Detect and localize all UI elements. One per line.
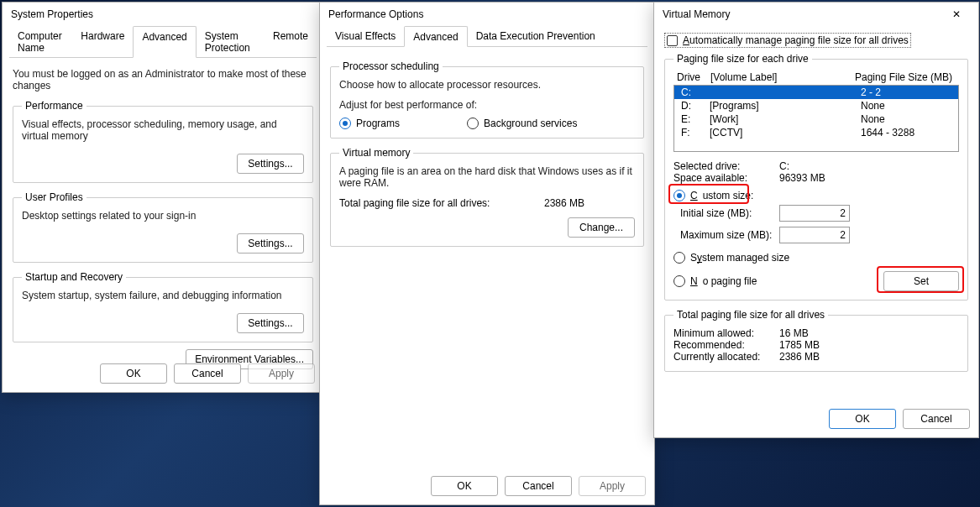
auto-manage-label: utomatically manage paging file size for… <box>689 34 909 46</box>
drive-list[interactable]: C:2 - 2D:[Programs]NoneE:[Work]NoneF:[CC… <box>673 85 959 152</box>
dialog-buttons: OK Cancel Apply <box>100 363 315 384</box>
total-paging-value: 2386 MB <box>544 197 584 209</box>
drive-label <box>710 86 861 98</box>
system-properties-dialog: System Properties Computer Name Hardware… <box>2 2 324 393</box>
maximum-size-label: Maximum size (MB): <box>673 229 779 241</box>
custom-size-label: ustom size: <box>703 190 754 201</box>
recommended-label: Recommended: <box>673 339 779 351</box>
drive-row[interactable]: D:[Programs]None <box>674 99 958 112</box>
titlebar: System Properties <box>3 3 323 26</box>
virtual-memory-group: Virtual memory A paging file is an area … <box>330 147 644 247</box>
drive-label: [Work] <box>710 113 861 125</box>
tab-dep[interactable]: Data Execution Prevention <box>468 26 604 46</box>
drive-label: [Programs] <box>710 100 861 112</box>
body: You must be logged on as an Administrato… <box>3 58 323 378</box>
performance-legend: Performance <box>22 100 86 112</box>
drive-row[interactable]: F:[CCTV]1644 - 3288 <box>674 126 958 139</box>
initial-size-input[interactable] <box>779 205 850 222</box>
user-profiles-group: User Profiles Desktop settings related t… <box>13 191 313 263</box>
currently-allocated-label: Currently allocated: <box>673 351 779 363</box>
drive-size: 1644 - 3288 <box>861 127 951 139</box>
user-profiles-settings-button[interactable]: Settings... <box>237 233 304 254</box>
ok-button[interactable]: OK <box>829 409 896 429</box>
window-title: System Properties <box>11 8 93 20</box>
no-paging-file-radio[interactable]: No paging file <box>673 275 757 287</box>
drive-row[interactable]: E:[Work]None <box>674 112 958 126</box>
cancel-button[interactable]: Cancel <box>505 476 572 496</box>
space-available-value: 96393 MB <box>779 172 825 184</box>
recommended-value: 1785 MB <box>779 339 820 351</box>
body: Automatically manage paging file size fo… <box>654 26 978 385</box>
system-managed-label: System managed size <box>690 252 789 264</box>
apply-button[interactable]: Apply <box>579 476 646 496</box>
window-title: Performance Options <box>328 8 423 20</box>
close-button[interactable]: ✕ <box>940 4 973 24</box>
programs-radio[interactable]: Programs <box>339 118 400 129</box>
drive-letter: E: <box>681 113 710 125</box>
radio-icon <box>673 190 685 201</box>
selected-drive-value: C: <box>779 160 789 172</box>
titlebar: Virtual Memory ✕ <box>654 3 978 26</box>
drive-letter: D: <box>681 100 710 112</box>
drive-row[interactable]: C:2 - 2 <box>674 86 958 99</box>
min-allowed-label: Minimum allowed: <box>673 327 779 339</box>
drive-col-header: Drive <box>677 71 705 83</box>
tab-advanced[interactable]: Advanced <box>404 26 467 47</box>
currently-allocated-value: 2386 MB <box>779 351 820 363</box>
paging-file-size-group: Paging file size for each drive Drive [V… <box>664 53 968 301</box>
close-icon: ✕ <box>952 8 961 20</box>
adjust-for-label: Adjust for best performance of: <box>339 99 635 111</box>
admin-note: You must be logged on as an Administrato… <box>13 68 313 91</box>
processor-scheduling-desc: Choose how to allocate processor resourc… <box>339 79 635 91</box>
processor-scheduling-legend: Processor scheduling <box>339 60 443 72</box>
window-title: Virtual Memory <box>663 8 730 20</box>
size-col-header: Paging File Size (MB) <box>855 71 952 83</box>
cancel-button[interactable]: Cancel <box>903 409 970 429</box>
drive-size: None <box>861 100 951 112</box>
space-available-label: Space available: <box>673 172 779 184</box>
tab-computer-name[interactable]: Computer Name <box>9 26 72 57</box>
dialog-buttons: OK Cancel Apply <box>431 476 646 496</box>
maximum-size-input[interactable] <box>779 227 850 243</box>
tab-advanced[interactable]: Advanced <box>133 26 196 58</box>
tab-hardware[interactable]: Hardware <box>72 26 133 57</box>
tabs: Visual Effects Advanced Data Execution P… <box>327 26 647 47</box>
drive-size: 2 - 2 <box>861 86 951 98</box>
background-services-radio[interactable]: Background services <box>467 118 577 129</box>
startup-recovery-settings-button[interactable]: Settings... <box>237 313 304 333</box>
radio-icon <box>673 252 685 264</box>
cancel-button[interactable]: Cancel <box>174 363 241 384</box>
performance-desc: Visual effects, processor scheduling, me… <box>22 118 304 142</box>
total-paging-label: Total paging file size for all drives: <box>339 197 490 209</box>
system-managed-radio[interactable]: System managed size <box>673 252 789 264</box>
tab-remote[interactable]: Remote <box>265 26 317 57</box>
change-button[interactable]: Change... <box>568 217 635 238</box>
virtual-memory-desc: A paging file is an area on the hard dis… <box>339 165 635 189</box>
auto-manage-checkbox[interactable]: Automatically manage paging file size fo… <box>664 33 911 48</box>
radio-icon <box>339 118 351 129</box>
totals-legend: Total paging file size for all drives <box>673 309 828 321</box>
tab-visual-effects[interactable]: Visual Effects <box>327 26 404 46</box>
ok-button[interactable]: OK <box>431 476 498 496</box>
radio-icon <box>467 118 479 129</box>
auto-manage-label-first: A <box>683 34 689 46</box>
apply-button[interactable]: Apply <box>248 363 315 384</box>
min-allowed-value: 16 MB <box>779 327 809 339</box>
titlebar: Performance Options <box>320 3 654 26</box>
performance-settings-button[interactable]: Settings... <box>237 154 304 174</box>
startup-recovery-group: Startup and Recovery System startup, sys… <box>13 271 313 342</box>
startup-recovery-desc: System startup, system failure, and debu… <box>22 290 304 301</box>
custom-size-radio[interactable]: Custom size: <box>673 190 753 201</box>
virtual-memory-legend: Virtual memory <box>339 147 413 159</box>
drive-letter: F: <box>681 127 710 139</box>
virtual-memory-dialog: Virtual Memory ✕ Automatically manage pa… <box>653 2 979 438</box>
set-button[interactable]: Set <box>883 271 959 291</box>
tab-system-protection[interactable]: System Protection <box>197 26 265 57</box>
dialog-buttons: OK Cancel <box>829 409 970 429</box>
performance-group: Performance Visual effects, processor sc… <box>13 100 313 183</box>
user-profiles-desc: Desktop settings related to your sign-in <box>22 210 304 222</box>
startup-recovery-legend: Startup and Recovery <box>22 271 126 283</box>
ok-button[interactable]: OK <box>100 363 167 384</box>
volume-col-header: [Volume Label] <box>710 71 850 83</box>
paging-file-size-legend: Paging file size for each drive <box>673 53 812 65</box>
